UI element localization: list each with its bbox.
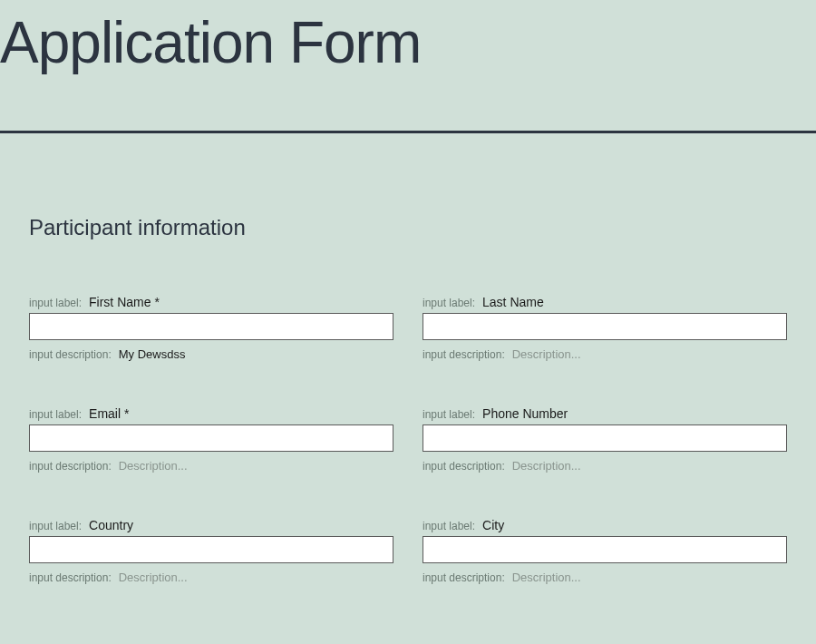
input-description-prefix[interactable]: input description: <box>29 460 112 473</box>
last-name-input[interactable] <box>423 313 787 340</box>
last-name-description[interactable]: Description... <box>512 347 581 361</box>
field-country: input label: Country input description: … <box>29 518 393 584</box>
description-row: input description: My Dewsdss <box>29 347 393 361</box>
input-description-prefix[interactable]: input description: <box>423 348 505 361</box>
input-label-prefix[interactable]: input label: <box>29 297 82 309</box>
city-input[interactable] <box>423 536 787 563</box>
page-title: Application Form <box>0 0 816 103</box>
input-label-prefix[interactable]: input label: <box>423 297 475 309</box>
input-label-prefix[interactable]: input label: <box>29 520 82 532</box>
input-label-prefix[interactable]: input label: <box>423 520 475 532</box>
email-label[interactable]: Email * <box>89 406 129 421</box>
label-row: input label: Phone Number <box>423 406 787 421</box>
description-row: input description: Description... <box>423 347 787 361</box>
input-label-prefix[interactable]: input label: <box>423 408 475 421</box>
first-name-label[interactable]: First Name * <box>89 295 160 309</box>
input-description-prefix[interactable]: input description: <box>29 571 112 584</box>
phone-description[interactable]: Description... <box>512 459 581 473</box>
phone-input[interactable] <box>423 424 787 452</box>
country-input[interactable] <box>29 536 393 563</box>
description-row: input description: Description... <box>29 459 393 473</box>
field-email: input label: Email * input description: … <box>29 406 393 473</box>
first-name-description[interactable]: My Dewsdss <box>119 347 186 361</box>
phone-label[interactable]: Phone Number <box>482 406 568 421</box>
section-title: Participant information <box>29 215 787 240</box>
country-label[interactable]: Country <box>89 518 133 532</box>
input-description-prefix[interactable]: input description: <box>423 571 505 584</box>
first-name-input[interactable] <box>29 313 393 340</box>
city-label[interactable]: City <box>482 518 504 532</box>
description-row: input description: Description... <box>29 571 393 584</box>
label-row: input label: Country <box>29 518 393 532</box>
last-name-label[interactable]: Last Name <box>482 295 544 309</box>
input-label-prefix[interactable]: input label: <box>29 408 82 421</box>
form-content: Participant information input label: Fir… <box>0 133 816 584</box>
email-input[interactable] <box>29 424 393 452</box>
field-last-name: input label: Last Name input description… <box>423 295 787 361</box>
label-row: input label: Email * <box>29 406 393 421</box>
city-description[interactable]: Description... <box>512 571 581 584</box>
label-row: input label: First Name * <box>29 295 393 309</box>
email-description[interactable]: Description... <box>119 459 188 473</box>
country-description[interactable]: Description... <box>119 571 188 584</box>
input-description-prefix[interactable]: input description: <box>423 460 505 473</box>
field-city: input label: City input description: Des… <box>423 518 787 584</box>
label-row: input label: Last Name <box>423 295 787 309</box>
description-row: input description: Description... <box>423 571 787 584</box>
description-row: input description: Description... <box>423 459 787 473</box>
form-grid: input label: First Name * input descript… <box>29 295 787 584</box>
field-first-name: input label: First Name * input descript… <box>29 295 393 361</box>
label-row: input label: City <box>423 518 787 532</box>
field-phone: input label: Phone Number input descript… <box>423 406 787 473</box>
input-description-prefix[interactable]: input description: <box>29 348 112 361</box>
